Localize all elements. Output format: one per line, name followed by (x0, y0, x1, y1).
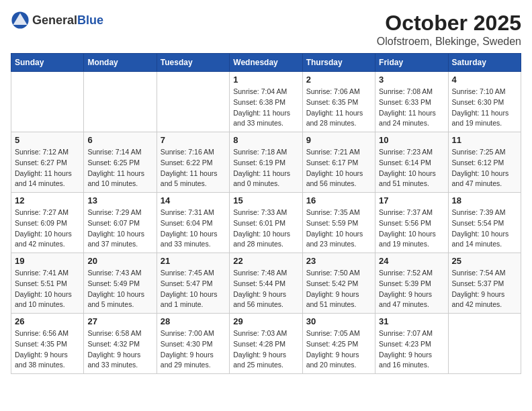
day-info: Sunrise: 7:54 AMSunset: 5:37 PMDaylight:… (452, 268, 517, 310)
calendar-week-row: 12Sunrise: 7:27 AMSunset: 6:09 PMDayligh… (11, 193, 521, 253)
calendar-day-cell: 11Sunrise: 7:25 AMSunset: 6:12 PMDayligh… (448, 132, 521, 193)
day-info: Sunrise: 7:43 AMSunset: 5:49 PMDaylight:… (87, 268, 152, 310)
calendar-day-cell: 7Sunrise: 7:16 AMSunset: 6:22 PMDaylight… (157, 132, 229, 193)
calendar-day-cell: 8Sunrise: 7:18 AMSunset: 6:19 PMDaylight… (230, 132, 302, 193)
calendar-day-cell: 1Sunrise: 7:04 AMSunset: 6:38 PMDaylight… (230, 72, 302, 132)
day-info: Sunrise: 7:48 AMSunset: 5:44 PMDaylight:… (233, 268, 298, 310)
day-info: Sunrise: 7:31 AMSunset: 6:04 PMDaylight:… (161, 208, 226, 250)
day-number: 27 (87, 316, 152, 326)
day-number: 11 (452, 135, 517, 145)
day-info: Sunrise: 7:08 AMSunset: 6:33 PMDaylight:… (379, 87, 444, 129)
day-info: Sunrise: 7:37 AMSunset: 5:56 PMDaylight:… (379, 208, 444, 250)
day-info: Sunrise: 7:18 AMSunset: 6:19 PMDaylight:… (233, 147, 298, 189)
day-info: Sunrise: 7:27 AMSunset: 6:09 PMDaylight:… (15, 208, 80, 250)
weekday-header-cell: Wednesday (230, 54, 302, 72)
day-number: 26 (15, 316, 80, 326)
day-number: 30 (306, 316, 371, 326)
calendar-week-row: 19Sunrise: 7:41 AMSunset: 5:51 PMDayligh… (11, 253, 521, 314)
day-info: Sunrise: 7:10 AMSunset: 6:30 PMDaylight:… (452, 87, 517, 129)
day-info: Sunrise: 7:14 AMSunset: 6:25 PMDaylight:… (87, 147, 152, 189)
day-number: 20 (87, 256, 152, 266)
day-info: Sunrise: 7:52 AMSunset: 5:39 PMDaylight:… (379, 268, 444, 310)
day-info: Sunrise: 7:23 AMSunset: 6:14 PMDaylight:… (379, 147, 444, 189)
weekday-header-cell: Monday (84, 54, 157, 72)
day-number: 23 (306, 256, 371, 266)
calendar-day-cell: 27Sunrise: 6:58 AMSunset: 4:32 PMDayligh… (84, 314, 157, 374)
day-number: 22 (233, 256, 298, 266)
day-info: Sunrise: 7:06 AMSunset: 6:35 PMDaylight:… (306, 87, 371, 129)
header: GeneralBlue October 2025 Olofstroem, Ble… (11, 11, 521, 48)
calendar-day-cell: 26Sunrise: 6:56 AMSunset: 4:35 PMDayligh… (11, 314, 84, 374)
calendar-day-cell (157, 72, 229, 132)
weekday-header-cell: Tuesday (157, 54, 229, 72)
day-info: Sunrise: 7:25 AMSunset: 6:12 PMDaylight:… (452, 147, 517, 189)
calendar-day-cell: 13Sunrise: 7:29 AMSunset: 6:07 PMDayligh… (84, 193, 157, 253)
day-number: 15 (233, 195, 298, 205)
day-number: 29 (233, 316, 298, 326)
calendar-day-cell: 21Sunrise: 7:45 AMSunset: 5:47 PMDayligh… (157, 253, 229, 314)
calendar-day-cell: 9Sunrise: 7:21 AMSunset: 6:17 PMDaylight… (302, 132, 375, 193)
day-number: 25 (452, 256, 517, 266)
calendar-day-cell: 16Sunrise: 7:35 AMSunset: 5:59 PMDayligh… (302, 193, 375, 253)
day-number: 17 (379, 195, 444, 205)
day-number: 4 (452, 75, 517, 85)
day-info: Sunrise: 6:56 AMSunset: 4:35 PMDaylight:… (15, 328, 80, 371)
day-info: Sunrise: 7:39 AMSunset: 5:54 PMDaylight:… (452, 208, 517, 250)
day-info: Sunrise: 7:04 AMSunset: 6:38 PMDaylight:… (233, 87, 298, 129)
calendar-day-cell: 20Sunrise: 7:43 AMSunset: 5:49 PMDayligh… (84, 253, 157, 314)
weekday-header-row: SundayMondayTuesdayWednesdayThursdayFrid… (11, 54, 521, 72)
calendar-week-row: 26Sunrise: 6:56 AMSunset: 4:35 PMDayligh… (11, 314, 521, 374)
day-number: 5 (15, 135, 80, 145)
day-info: Sunrise: 7:16 AMSunset: 6:22 PMDaylight:… (161, 147, 226, 189)
calendar-day-cell (448, 314, 521, 374)
calendar-day-cell: 28Sunrise: 7:00 AMSunset: 4:30 PMDayligh… (157, 314, 229, 374)
calendar-day-cell: 17Sunrise: 7:37 AMSunset: 5:56 PMDayligh… (375, 193, 448, 253)
calendar-day-cell: 6Sunrise: 7:14 AMSunset: 6:25 PMDaylight… (84, 132, 157, 193)
day-info: Sunrise: 7:29 AMSunset: 6:07 PMDaylight:… (87, 208, 152, 250)
day-info: Sunrise: 7:41 AMSunset: 5:51 PMDaylight:… (15, 268, 80, 310)
day-info: Sunrise: 6:58 AMSunset: 4:32 PMDaylight:… (87, 328, 152, 371)
day-number: 7 (161, 135, 226, 145)
day-info: Sunrise: 7:33 AMSunset: 6:01 PMDaylight:… (233, 208, 298, 250)
calendar-day-cell: 14Sunrise: 7:31 AMSunset: 6:04 PMDayligh… (157, 193, 229, 253)
day-number: 2 (306, 75, 371, 85)
day-number: 6 (87, 135, 152, 145)
calendar-day-cell: 2Sunrise: 7:06 AMSunset: 6:35 PMDaylight… (302, 72, 375, 132)
calendar-day-cell: 29Sunrise: 7:03 AMSunset: 4:28 PMDayligh… (230, 314, 302, 374)
day-info: Sunrise: 7:45 AMSunset: 5:47 PMDaylight:… (161, 268, 226, 310)
day-number: 16 (306, 195, 371, 205)
calendar-day-cell (11, 72, 84, 132)
day-number: 24 (379, 256, 444, 266)
logo-icon (11, 11, 30, 30)
calendar-day-cell: 31Sunrise: 7:07 AMSunset: 4:23 PMDayligh… (375, 314, 448, 374)
calendar-day-cell: 24Sunrise: 7:52 AMSunset: 5:39 PMDayligh… (375, 253, 448, 314)
day-info: Sunrise: 7:00 AMSunset: 4:30 PMDaylight:… (161, 328, 226, 371)
calendar-day-cell: 18Sunrise: 7:39 AMSunset: 5:54 PMDayligh… (448, 193, 521, 253)
day-number: 28 (161, 316, 226, 326)
day-number: 13 (87, 195, 152, 205)
weekday-header-cell: Friday (375, 54, 448, 72)
calendar-day-cell: 19Sunrise: 7:41 AMSunset: 5:51 PMDayligh… (11, 253, 84, 314)
logo-text-blue: Blue (77, 13, 103, 27)
day-number: 18 (452, 195, 517, 205)
day-info: Sunrise: 7:05 AMSunset: 4:25 PMDaylight:… (306, 328, 371, 371)
day-info: Sunrise: 7:12 AMSunset: 6:27 PMDaylight:… (15, 147, 80, 189)
calendar-day-cell: 3Sunrise: 7:08 AMSunset: 6:33 PMDaylight… (375, 72, 448, 132)
calendar-day-cell: 15Sunrise: 7:33 AMSunset: 6:01 PMDayligh… (230, 193, 302, 253)
day-number: 19 (15, 256, 80, 266)
day-info: Sunrise: 7:07 AMSunset: 4:23 PMDaylight:… (379, 328, 444, 371)
day-number: 3 (379, 75, 444, 85)
calendar-body: 1Sunrise: 7:04 AMSunset: 6:38 PMDaylight… (11, 72, 521, 374)
day-info: Sunrise: 7:35 AMSunset: 5:59 PMDaylight:… (306, 208, 371, 250)
calendar-table: SundayMondayTuesdayWednesdayThursdayFrid… (11, 53, 521, 374)
day-number: 12 (15, 195, 80, 205)
calendar-week-row: 5Sunrise: 7:12 AMSunset: 6:27 PMDaylight… (11, 132, 521, 193)
calendar-week-row: 1Sunrise: 7:04 AMSunset: 6:38 PMDaylight… (11, 72, 521, 132)
day-number: 14 (161, 195, 226, 205)
calendar-day-cell: 30Sunrise: 7:05 AMSunset: 4:25 PMDayligh… (302, 314, 375, 374)
calendar-day-cell: 22Sunrise: 7:48 AMSunset: 5:44 PMDayligh… (230, 253, 302, 314)
calendar-day-cell: 12Sunrise: 7:27 AMSunset: 6:09 PMDayligh… (11, 193, 84, 253)
day-number: 1 (233, 75, 298, 85)
day-info: Sunrise: 7:21 AMSunset: 6:17 PMDaylight:… (306, 147, 371, 189)
day-number: 31 (379, 316, 444, 326)
